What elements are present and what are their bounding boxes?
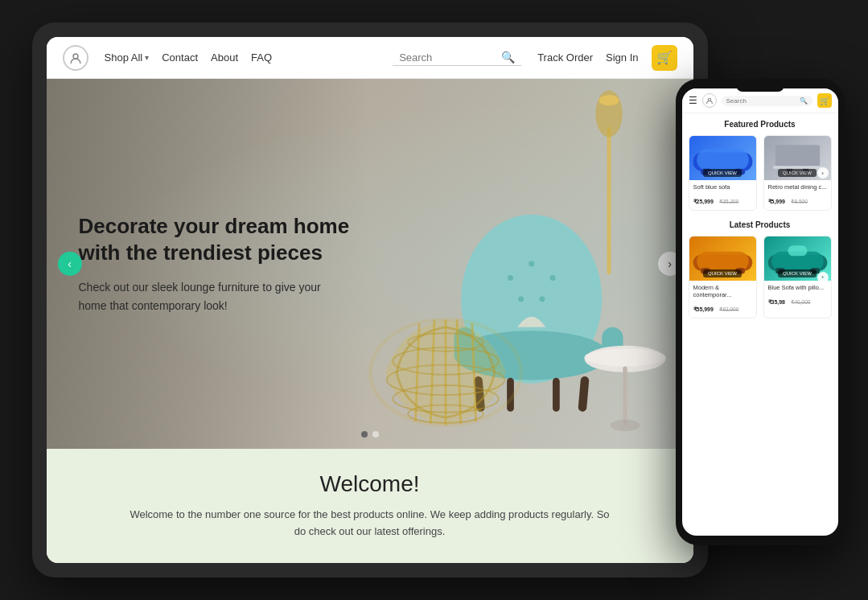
nav-about[interactable]: About bbox=[211, 51, 238, 64]
svg-point-18 bbox=[584, 349, 665, 367]
product-info-1: Soft blue sofa ₹25,999 ₹35,200 bbox=[689, 180, 756, 210]
product-old-price-1: ₹35,200 bbox=[719, 199, 738, 204]
latest-product-image-1: QUICK VIEW bbox=[689, 236, 756, 281]
welcome-title: Welcome! bbox=[63, 471, 677, 497]
featured-next-arrow[interactable]: › bbox=[817, 167, 829, 179]
tablet-device: Shop All ▾ Contact About FAQ 🔍 Track Ord… bbox=[32, 23, 708, 577]
phone-search-bar: 🔍 bbox=[722, 96, 812, 106]
svg-rect-37 bbox=[775, 145, 819, 167]
latest-product-pricing-2: ₹35,98 ₹40,000 bbox=[768, 293, 827, 307]
golden-bowl-illustration bbox=[361, 312, 530, 433]
latest-next-arrow[interactable]: › bbox=[817, 272, 829, 283]
latest-products-grid: QUICK VIEW Modern & contemporar... ₹55,9… bbox=[689, 236, 832, 318]
dot-1[interactable] bbox=[361, 431, 368, 438]
phone-screen: ☰ 🔍 🛒 Featured Products bbox=[682, 88, 838, 536]
quick-view-btn-4[interactable]: QUICK VIEW bbox=[778, 269, 817, 277]
latest-title: Latest Products bbox=[689, 220, 832, 229]
chevron-down-icon: ▾ bbox=[145, 53, 149, 62]
svg-rect-49 bbox=[788, 245, 807, 256]
product-image-1: QUICK VIEW bbox=[689, 136, 756, 180]
hero-content: Decorate your dream home with the trendi… bbox=[47, 181, 385, 347]
nav-links: Shop All ▾ Contact About FAQ bbox=[105, 51, 377, 64]
latest-product-pricing-1: ₹55,999 ₹62,000 bbox=[693, 300, 752, 314]
hero-title: Decorate your dream home with the trendi… bbox=[79, 213, 352, 265]
nav-shop-all[interactable]: Shop All ▾ bbox=[105, 51, 150, 64]
product-pricing-1: ₹25,999 ₹35,200 bbox=[693, 192, 752, 207]
welcome-text: Welcome to the number one source for the… bbox=[129, 507, 611, 540]
hero-subtitle: Check out our sleek lounge furniture to … bbox=[79, 278, 352, 314]
svg-point-16 bbox=[599, 95, 619, 105]
phone-content: Featured Products bbox=[682, 113, 838, 536]
featured-title: Featured Products bbox=[689, 120, 832, 129]
svg-rect-8 bbox=[553, 378, 560, 412]
svg-point-20 bbox=[610, 420, 640, 432]
search-input[interactable] bbox=[399, 51, 496, 64]
svg-point-12 bbox=[518, 297, 524, 302]
nav-faq[interactable]: FAQ bbox=[251, 51, 272, 64]
track-order-link[interactable]: Track Order bbox=[537, 51, 593, 64]
search-icon: 🔍 bbox=[501, 51, 515, 64]
phone-search-icon: 🔍 bbox=[800, 97, 808, 105]
latest-section: Latest Products bbox=[689, 220, 832, 318]
cart-button[interactable]: 🛒 bbox=[652, 45, 677, 71]
product-price-2: ₹5,999 bbox=[768, 199, 786, 204]
product-name-2: Retro metal dining c... bbox=[768, 183, 827, 191]
hero-section: Decorate your dream home with the trendi… bbox=[47, 79, 693, 449]
nav-right: Track Order Sign In 🛒 bbox=[537, 45, 677, 71]
nav-contact[interactable]: Contact bbox=[162, 51, 198, 64]
latest-product-name-2: Blue Sofa with pillo... bbox=[768, 284, 827, 291]
side-table-illustration bbox=[581, 344, 669, 433]
latest-product-price-2: ₹35,98 bbox=[768, 299, 786, 305]
product-price-1: ₹25,999 bbox=[693, 199, 714, 204]
svg-point-13 bbox=[539, 297, 545, 302]
latest-product-info-2: Blue Sofa with pillo... ₹35,98 ₹40,000 bbox=[764, 281, 831, 310]
phone-menu-icon[interactable]: ☰ bbox=[689, 95, 697, 106]
svg-rect-14 bbox=[607, 127, 611, 274]
phone-search-input[interactable] bbox=[726, 97, 796, 105]
phone-cart-button[interactable]: 🛒 bbox=[817, 93, 832, 108]
latest-product-1: QUICK VIEW Modern & contemporar... ₹55,9… bbox=[689, 236, 757, 318]
navbar: Shop All ▾ Contact About FAQ 🔍 Track Ord… bbox=[47, 37, 693, 79]
quick-view-btn-1[interactable]: QUICK VIEW bbox=[703, 169, 742, 177]
tablet-screen: Shop All ▾ Contact About FAQ 🔍 Track Ord… bbox=[47, 37, 693, 563]
svg-point-9 bbox=[508, 275, 513, 281]
welcome-section: Welcome! Welcome to the number one sourc… bbox=[47, 449, 693, 563]
product-old-price-2: ₹8,500 bbox=[791, 199, 807, 204]
latest-product-info-1: Modern & contemporar... ₹55,999 ₹62,000 bbox=[689, 281, 756, 318]
prev-button[interactable]: ‹ bbox=[58, 252, 82, 276]
phone-device: ☰ 🔍 🛒 Featured Products bbox=[676, 79, 845, 545]
phone-notch bbox=[736, 84, 784, 92]
product-name-1: Soft blue sofa bbox=[693, 183, 752, 191]
svg-rect-19 bbox=[623, 367, 627, 425]
latest-product-old-price-1: ₹62,000 bbox=[719, 306, 738, 312]
scene: Shop All ▾ Contact About FAQ 🔍 Track Ord… bbox=[16, 14, 853, 586]
featured-products-grid: QUICK VIEW Soft blue sofa ₹25,999 ₹35,20… bbox=[689, 135, 832, 211]
svg-point-11 bbox=[549, 275, 555, 281]
phone-logo[interactable] bbox=[702, 93, 717, 108]
lamp-illustration bbox=[589, 87, 629, 288]
latest-product-price-1: ₹55,999 bbox=[693, 306, 714, 312]
svg-point-0 bbox=[73, 54, 78, 59]
sign-in-link[interactable]: Sign In bbox=[606, 51, 638, 64]
svg-point-10 bbox=[529, 261, 534, 267]
product-info-2: Retro metal dining c... ₹5,999 ₹8,500 bbox=[764, 180, 831, 210]
hero-dots bbox=[361, 431, 379, 438]
quick-view-btn-3[interactable]: QUICK VIEW bbox=[703, 269, 742, 277]
svg-rect-34 bbox=[697, 149, 749, 171]
quick-view-btn-2[interactable]: QUICK VIEW bbox=[778, 169, 817, 177]
hero-furniture bbox=[337, 79, 693, 449]
search-bar: 🔍 bbox=[393, 49, 521, 66]
latest-product-old-price-2: ₹40,000 bbox=[791, 299, 810, 305]
featured-product-1: QUICK VIEW Soft blue sofa ₹25,999 ₹35,20… bbox=[689, 135, 757, 211]
featured-section: Featured Products bbox=[689, 120, 832, 211]
phone-navbar: ☰ 🔍 🛒 bbox=[682, 88, 838, 113]
product-pricing-2: ₹5,999 ₹8,500 bbox=[768, 192, 827, 207]
latest-product-name-1: Modern & contemporar... bbox=[693, 284, 752, 298]
dot-2[interactable] bbox=[372, 431, 379, 438]
logo[interactable] bbox=[63, 45, 88, 71]
